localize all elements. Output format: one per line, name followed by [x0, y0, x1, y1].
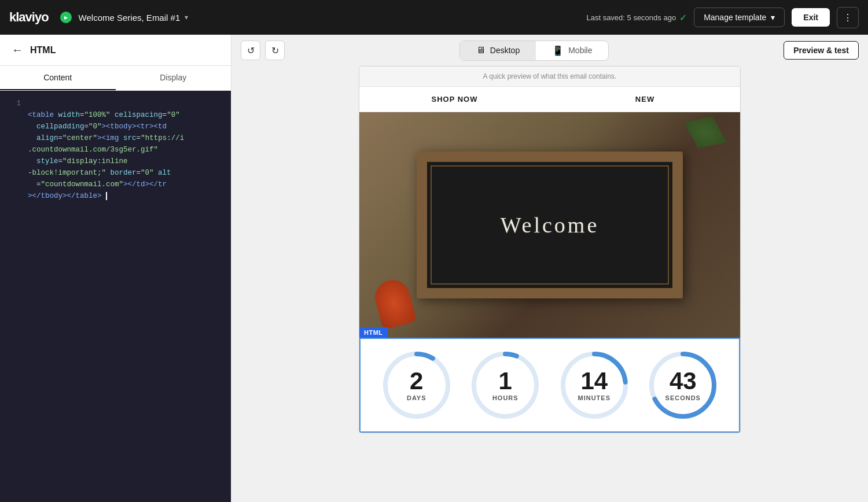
mobile-view-button[interactable]: 📱 Mobile — [536, 41, 608, 60]
email-preview: A quick preview of what this email conta… — [359, 66, 741, 433]
html-badge: HTML — [359, 327, 388, 338]
countdown-hours: 1 HOURS — [470, 350, 540, 420]
panel-tabs: Content Display — [0, 66, 231, 91]
top-toolbar: ↺ ↻ 🖥 Desktop 📱 Mobile Preview & test — [231, 35, 868, 66]
minutes-value: 14 — [580, 369, 608, 393]
desktop-icon: 🖥 — [476, 45, 486, 56]
panel-title: HTML — [30, 45, 56, 56]
code-line-1: 1 <table width="100%" cellspacing="0" ce… — [5, 98, 226, 202]
chevron-down-icon[interactable]: ▾ — [185, 13, 188, 21]
tab-content[interactable]: Content — [0, 66, 116, 90]
preview-test-button[interactable]: Preview & test — [784, 41, 859, 60]
hours-circle: 1 HOURS — [470, 350, 540, 420]
leaf-decoration — [677, 112, 734, 158]
countdown-wrapper: ⧉ ☆ 🗑 — [359, 338, 740, 433]
seconds-label: SECONDS — [665, 394, 701, 401]
email-title: Welcome Series, Email #1 — [79, 13, 181, 23]
email-nav: SHOP NOW NEW — [359, 87, 740, 112]
countdown-days: 2 DAYS — [382, 350, 451, 420]
nav-item-shop[interactable]: SHOP NOW — [359, 87, 550, 112]
device-toggle: 🖥 Desktop 📱 Mobile — [459, 40, 609, 61]
preview-bar-text: A quick preview of what this email conta… — [483, 72, 617, 80]
email-title-area: Welcome Series, Email #1 ▾ — [79, 13, 189, 23]
save-status: Last saved: 5 seconds ago ✓ — [586, 12, 687, 23]
countdown-section: 2 DAYS 1 H — [359, 338, 740, 433]
left-panel: ← HTML Content Display 1 <table width="1… — [0, 35, 231, 502]
desktop-label: Desktop — [490, 46, 520, 55]
mobile-icon: 📱 — [552, 45, 564, 56]
email-preview-bar: A quick preview of what this email conta… — [359, 67, 740, 87]
minutes-label: MINUTES — [578, 394, 611, 401]
redo-icon: ↻ — [271, 45, 279, 56]
welcome-background: Welcome — [359, 112, 740, 338]
code-editor[interactable]: 1 <table width="100%" cellspacing="0" ce… — [0, 91, 231, 502]
redo-button[interactable]: ↻ — [265, 40, 285, 60]
code-content: <table width="100%" cellspacing="0" cell… — [28, 98, 226, 202]
phone-decoration — [372, 276, 417, 330]
right-area: ↺ ↻ 🖥 Desktop 📱 Mobile Preview & test — [231, 35, 868, 502]
undo-button[interactable]: ↺ — [241, 40, 260, 60]
exit-button[interactable]: Exit — [792, 8, 830, 27]
preview-area: A quick preview of what this email conta… — [231, 66, 868, 502]
klaviyo-logo: klaviyo — [9, 10, 49, 25]
undo-icon: ↺ — [247, 45, 255, 56]
logo-text: klaviyo — [9, 10, 49, 25]
email-hero-image: Welcome HTML — [359, 112, 740, 338]
welcome-text: Welcome — [501, 212, 599, 238]
desktop-view-button[interactable]: 🖥 Desktop — [460, 41, 536, 60]
tab-display[interactable]: Display — [116, 66, 231, 90]
days-label: DAYS — [407, 394, 426, 401]
back-arrow-icon: ← — [12, 43, 23, 56]
minutes-circle: 14 MINUTES — [560, 350, 629, 420]
manage-template-button[interactable]: Manage template ▾ — [694, 8, 785, 27]
countdown-minutes: 14 MINUTES — [560, 350, 629, 420]
seconds-value: 43 — [670, 369, 697, 393]
more-options-button[interactable]: ⋮ — [837, 7, 859, 28]
status-dot — [60, 12, 72, 23]
chalkboard-frame: Welcome — [417, 152, 683, 298]
back-button[interactable]: ← — [12, 43, 23, 57]
manage-template-label: Manage template — [704, 13, 766, 22]
seconds-circle: 43 SECONDS — [648, 350, 718, 420]
countdown-seconds: 43 SECONDS — [648, 350, 718, 420]
top-navigation: klaviyo Welcome Series, Email #1 ▾ Last … — [0, 0, 868, 35]
mobile-label: Mobile — [568, 46, 592, 55]
days-circle: 2 DAYS — [382, 350, 451, 420]
nav-item-new[interactable]: NEW — [550, 87, 740, 112]
more-icon: ⋮ — [843, 13, 852, 23]
hours-label: HOURS — [492, 394, 518, 401]
days-value: 2 — [410, 369, 423, 393]
save-status-text: Last saved: 5 seconds ago — [586, 13, 676, 22]
main-layout: ← HTML Content Display 1 <table width="1… — [0, 35, 868, 502]
hours-value: 1 — [499, 369, 512, 393]
panel-header: ← HTML — [0, 35, 231, 66]
manage-template-chevron-icon: ▾ — [771, 13, 775, 22]
save-check-icon: ✓ — [679, 12, 687, 23]
line-number: 1 — [5, 98, 21, 109]
